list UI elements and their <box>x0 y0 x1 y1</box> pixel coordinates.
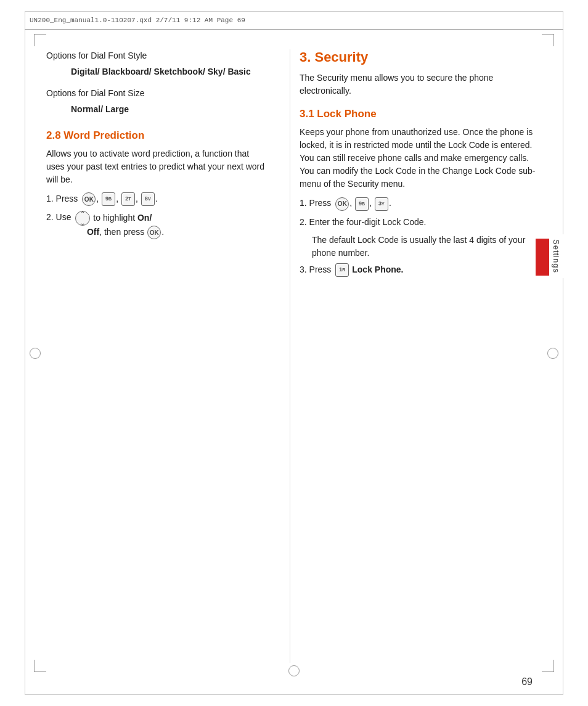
lp-step1-content: OK, 9B, 3Y. <box>335 197 542 210</box>
dial-font-style-label: Options for Dial Font Style <box>46 49 268 62</box>
reg-circle-bottom <box>288 665 300 676</box>
border-bottom <box>25 694 563 695</box>
wp-step1-content: OK, 9B, 2T, 8V. <box>81 192 268 206</box>
dial-font-size-options-block: Normal/ Large <box>46 102 268 116</box>
column-divider <box>290 49 290 663</box>
security-body: The Security menu allows you to secure t… <box>300 72 542 97</box>
left-column: Options for Dial Font Style Digital/ Bla… <box>46 49 287 663</box>
ok-button-icon: OK <box>82 192 96 206</box>
ok-button2-icon: OK <box>147 226 161 239</box>
corner-mark-bl <box>34 660 46 672</box>
8v-button-icon: 8V <box>141 192 155 206</box>
border-right <box>563 11 563 695</box>
lp-step3-content: 1R Lock Phone. <box>335 263 542 277</box>
word-prediction-section: 2.8 Word Prediction Allows you to activa… <box>46 129 268 240</box>
lp-step1: 1. Press OK, 9B, 3Y. <box>300 197 542 210</box>
settings-tab-bar <box>536 239 549 276</box>
lp-step2-sub: The default Lock Code is usually the las… <box>300 234 542 260</box>
security-heading: 3. Security <box>300 49 542 65</box>
lp-lock-phone-label: Lock Phone. <box>352 265 403 274</box>
reg-circle-left <box>30 348 41 359</box>
corner-mark-br <box>542 660 554 672</box>
lp-1r-icon: 1R <box>335 263 349 277</box>
2t-button-icon: 2T <box>121 192 135 206</box>
wp-step2-number: 2. Use <box>46 211 71 224</box>
wp-step2: 2. Use ⌃⌄ to highlight On/ Off, then pre… <box>46 211 268 239</box>
dial-font-size-options: Normal/ Large <box>59 102 268 116</box>
lp-step3: 3. Press 1R Lock Phone. <box>300 263 542 277</box>
dial-font-style-options: Digital/ Blackboard/ Sketchbook/ Sky/ Ba… <box>59 65 268 78</box>
wp-step2-content: ⌃⌄ to highlight On/ Off, then press OK. <box>75 211 268 239</box>
lp-step2-content: 2. Enter the four-digit Lock Code. <box>300 216 542 229</box>
word-prediction-body: Allows you to activate word prediction, … <box>46 147 268 186</box>
header-bar: UN200_Eng_manual1.0-110207.qxd 2/7/11 9:… <box>25 11 563 30</box>
page-number: 69 <box>521 676 533 688</box>
wp-step1: 1. Press OK, 9B, 2T, 8V. <box>46 192 268 206</box>
reg-circle-right <box>547 348 558 359</box>
lp-9b-icon: 9B <box>355 197 369 211</box>
wp-step1-number: 1. Press <box>46 192 78 205</box>
corner-mark-tr <box>542 34 554 46</box>
right-column: 3. Security The Security menu allows you… <box>293 49 542 663</box>
9b-button-icon: 9B <box>102 192 115 206</box>
content-area: Options for Dial Font Style Digital/ Bla… <box>46 49 542 663</box>
lp-step2-sub-text: The default Lock Code is usually the las… <box>312 235 525 258</box>
dial-font-size-label: Options for Dial Font Size <box>46 87 268 100</box>
corner-mark-tl <box>34 34 46 46</box>
dial-font-style-options-block: Digital/ Blackboard/ Sketchbook/ Sky/ Ba… <box>46 65 268 78</box>
border-left <box>25 11 25 695</box>
header-text: UN200_Eng_manual1.0-110207.qxd 2/7/11 9:… <box>30 17 245 24</box>
lp-step3-number: 3. Press <box>300 263 331 276</box>
lock-phone-body: Keeps your phone from unauthorized use. … <box>300 126 542 191</box>
nav-button-icon: ⌃⌄ <box>75 211 90 226</box>
lp-3y-icon: 3Y <box>375 197 388 211</box>
settings-tab: Settings <box>536 234 563 278</box>
lp-step2: 2. Enter the four-digit Lock Code. <box>300 216 542 229</box>
word-prediction-heading: 2.8 Word Prediction <box>46 129 268 142</box>
settings-tab-label: Settings <box>549 234 563 278</box>
lp-ok-icon: OK <box>335 197 349 211</box>
lp-step1-number: 1. Press <box>300 197 331 210</box>
lock-phone-heading: 3.1 Lock Phone <box>300 107 542 121</box>
